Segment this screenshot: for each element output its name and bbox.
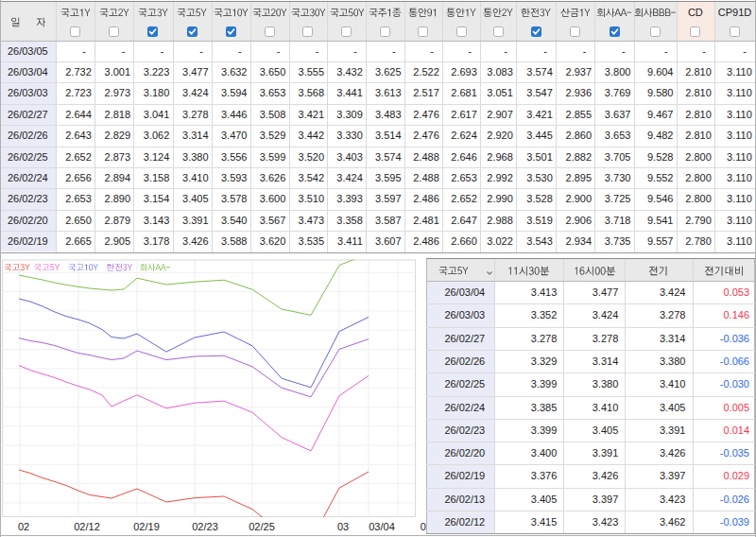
svg-text:02/25: 02/25 — [249, 521, 275, 532]
svg-text:02: 02 — [18, 521, 29, 532]
svg-text:03: 03 — [337, 521, 349, 532]
svg-text:02/19: 02/19 — [133, 521, 160, 532]
svg-text:03/04: 03/04 — [369, 521, 395, 532]
svg-text:02/23: 02/23 — [192, 521, 218, 532]
svg-text:02/12: 02/12 — [74, 521, 100, 532]
